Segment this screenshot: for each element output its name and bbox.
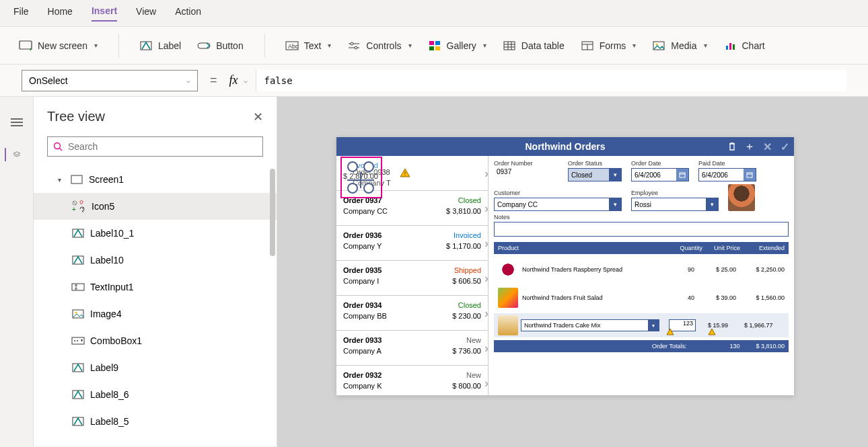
caret-icon: ▾ [58, 176, 65, 184]
selection-outline[interactable] [340, 157, 382, 198]
tree-item-label: Label10 [90, 255, 124, 266]
svg-point-23 [656, 43, 658, 45]
tree-item-label8-5[interactable]: Label8_5 [34, 408, 277, 435]
svg-rect-14 [504, 42, 515, 50]
tree-item-combobox1[interactable]: ComboBox1 [34, 327, 277, 354]
textinput-icon [71, 282, 85, 292]
tree-item-label8-6[interactable]: Label8_6 [34, 381, 277, 408]
totals-qty: 130 [729, 343, 739, 350]
order-status: Shipped [454, 266, 481, 274]
calendar-icon [744, 169, 756, 181]
order-number: Order 0933 [343, 336, 382, 344]
tree-item-label9[interactable]: Label9 [34, 354, 277, 381]
label-button[interactable]: Label [134, 35, 186, 56]
order-row[interactable]: Order 0933Company A New$ 736.00 › [336, 331, 488, 366]
trash-icon[interactable] [725, 140, 739, 153]
menu-home[interactable]: Home [48, 6, 73, 21]
customer-label: Customer [494, 190, 622, 196]
image-icon [71, 309, 85, 319]
left-rail [0, 97, 34, 446]
tree-item-label: Screen1 [89, 174, 124, 185]
notes-input[interactable] [494, 222, 789, 237]
order-company: Company A [343, 347, 382, 355]
order-number-value: 0937 [494, 168, 558, 181]
chevron-right-icon: › [484, 271, 489, 285]
product-price: $ 39.00 [698, 294, 736, 301]
avatar [728, 184, 755, 211]
fx-button[interactable]: fx⌵ [229, 73, 248, 87]
gallery-icon [428, 39, 441, 52]
tree-item-label10-1[interactable]: Label10_1 [34, 220, 277, 247]
svg-rect-58 [680, 173, 685, 177]
chevron-right-icon: › [484, 376, 489, 391]
paid-date-picker[interactable]: 6/4/2006 [698, 168, 756, 181]
svg-rect-13 [435, 46, 440, 50]
label-icon [139, 39, 153, 52]
data-table-button[interactable]: Data table [497, 35, 570, 56]
employee-select[interactable]: Rossi▾ [631, 198, 719, 211]
gallery-button[interactable]: Gallery ▾ [423, 35, 492, 56]
canvas[interactable]: Northwind Orders ＋ ✕ ✓ Order 0938 Compan… [277, 97, 868, 447]
close-icon[interactable]: ✕ [253, 110, 263, 124]
formula-bar: OnSelect ⌵ = fx⌵ [0, 65, 868, 97]
controls-button[interactable]: Controls ▾ [342, 35, 417, 56]
warning-icon [708, 328, 716, 335]
button-icon [197, 39, 211, 52]
button-button[interactable]: Button [192, 35, 248, 56]
scrollbar-thumb[interactable] [270, 169, 275, 256]
product-select[interactable]: Northwind Traders Cake Mix▾ [521, 319, 659, 331]
tree-item-screen1[interactable]: ▾ Screen1 [34, 166, 277, 193]
close-x-icon[interactable]: ✕ [760, 140, 774, 153]
tree-item-textinput1[interactable]: TextInput1 [34, 274, 277, 300]
chevron-right-icon: › [484, 306, 489, 320]
text-button[interactable]: Abc Text ▾ [280, 35, 337, 56]
order-date-picker[interactable]: 6/4/2006 [631, 168, 689, 181]
layers-icon[interactable] [5, 148, 21, 161]
tree-item-label10[interactable]: Label10 [34, 247, 277, 274]
tree-search[interactable] [47, 136, 263, 157]
chart-button[interactable]: Chart [718, 35, 770, 56]
new-screen-button[interactable]: + New screen ▾ [13, 35, 103, 56]
search-icon [53, 142, 63, 151]
tree-search-input[interactable] [68, 141, 257, 152]
orders-gallery[interactable]: Order 0938 Company T Invoiced $ 2,870.00… [336, 156, 489, 395]
check-icon[interactable]: ✓ [778, 140, 791, 153]
plus-icon[interactable]: ＋ [743, 140, 756, 153]
product-edit-row[interactable]: Northwind Traders Cake Mix▾ 123 $ 15.99 … [494, 313, 789, 337]
tree-item-image4[interactable]: Image4 [34, 300, 277, 327]
media-button[interactable]: Media ▾ [647, 35, 712, 56]
menu-view[interactable]: View [136, 6, 156, 21]
tree-item-icon5[interactable]: + Icon5 [34, 193, 277, 220]
warning-icon [400, 168, 410, 177]
customer-select[interactable]: Company CC▾ [494, 198, 622, 211]
col-unit-price: Unit Price [702, 245, 740, 251]
order-row[interactable]: Order 0935Company I Shipped$ 606.50 › [336, 261, 488, 296]
product-row[interactable]: Northwind Traders Raspberry Spread 90 $ … [494, 257, 789, 282]
order-status-select[interactable]: Closed▾ [568, 168, 622, 181]
order-number: Order 0936 [343, 231, 382, 239]
chevron-down-icon: ▾ [328, 42, 331, 49]
product-row[interactable]: Northwind Traders Fruit Salad 40 $ 39.00… [494, 285, 789, 311]
property-selector[interactable]: OnSelect ⌵ [22, 70, 198, 91]
screen-icon [70, 174, 83, 185]
combobox-icon [71, 335, 85, 346]
app-title: Northwind Orders [525, 141, 605, 152]
menu-insert[interactable]: Insert [92, 5, 117, 22]
order-company: Company CC [343, 207, 388, 215]
product-thumb [498, 315, 518, 335]
tree-item-label: Label9 [90, 362, 118, 373]
forms-button[interactable]: Forms ▾ [575, 35, 642, 56]
chevron-right-icon: › [484, 236, 489, 250]
menu-file[interactable]: File [13, 6, 29, 21]
formula-input[interactable] [256, 70, 846, 91]
chart-icon [723, 39, 737, 52]
order-row[interactable]: Order 0934Company BB Closed$ 230.00 › [336, 296, 488, 331]
order-row[interactable]: Order 0932Company K New$ 800.00 › [336, 366, 488, 395]
menu-action[interactable]: Action [175, 6, 201, 21]
label-icon [71, 389, 85, 400]
svg-rect-25 [729, 43, 731, 50]
order-row[interactable]: Order 0936Company Y Invoiced$ 1,170.00 › [336, 226, 488, 261]
order-company: Company K [343, 382, 382, 390]
tree-item-label: TextInput1 [90, 282, 134, 292]
hamburger-icon[interactable] [9, 116, 25, 129]
